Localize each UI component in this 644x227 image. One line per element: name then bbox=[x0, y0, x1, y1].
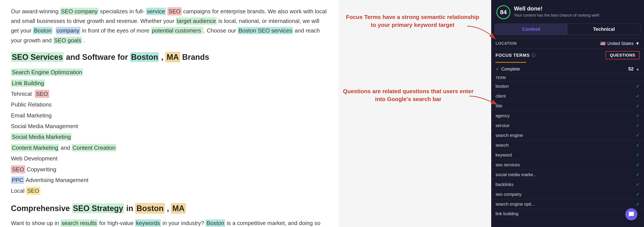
term-text: search engine opti... bbox=[496, 202, 535, 207]
highlight-service: service bbox=[146, 8, 166, 15]
list-item: Social Media Marketing bbox=[11, 132, 328, 142]
highlight-seo-goals: SEO goals bbox=[53, 37, 82, 44]
highlight-content-creation: Content Creation bbox=[72, 144, 116, 152]
table-header-row: TERM bbox=[491, 74, 644, 82]
highlight-boston-1: Boston bbox=[33, 27, 52, 34]
term-check-icon: ✓ bbox=[636, 94, 640, 99]
tab-technical[interactable]: Technical bbox=[568, 24, 640, 35]
focus-terms-label: FOCUS TERMS bbox=[496, 53, 530, 58]
list-item: Tehnical SEO bbox=[11, 88, 328, 99]
chat-bubble-button[interactable] bbox=[625, 208, 638, 220]
list-item: PPC Advertising Management bbox=[11, 175, 328, 186]
questions-arrow bbox=[456, 83, 500, 126]
list-item: Email Marketing bbox=[11, 110, 328, 121]
highlight-search-engine-optimization: Search Engine Optimization bbox=[11, 68, 83, 76]
highlight-social-media-marketing: Social Media Marketing bbox=[11, 133, 72, 140]
well-done-title: Well done! bbox=[514, 5, 600, 12]
term-check-icon: ✓ bbox=[636, 172, 640, 177]
score-circle: 84 bbox=[496, 5, 510, 19]
sidebar-panel: 84 Well done! Your content has the best … bbox=[491, 0, 644, 227]
term-check-icon: ✓ bbox=[636, 84, 640, 89]
highlight-h1-ma: MA bbox=[166, 52, 180, 62]
highlight-ppc: PPC bbox=[11, 176, 24, 184]
score-value: 84 bbox=[500, 9, 507, 16]
highlight-h2-ma: MA bbox=[171, 203, 186, 214]
term-text: link building bbox=[496, 211, 518, 216]
terms-count: 52 bbox=[628, 66, 634, 72]
highlight-link-building: Link Building bbox=[11, 80, 45, 87]
list-item: Link Building bbox=[11, 78, 328, 88]
complete-row: ✓ Complete 52 ▲ bbox=[491, 64, 644, 74]
score-description: Your content has the best chance of rank… bbox=[514, 13, 600, 18]
term-column-header: TERM bbox=[496, 76, 506, 80]
services-list: Search Engine Optimization Link Building… bbox=[11, 67, 328, 196]
annotation-panel: Focus Terms have a strong semantic relat… bbox=[338, 0, 491, 227]
highlight-target-audience: target audience bbox=[176, 17, 217, 25]
focus-terms-header: FOCUS TERMS i QUESTIONS bbox=[491, 48, 644, 62]
term-check-icon: ✓ bbox=[636, 113, 640, 118]
highlight-search-results: search results bbox=[60, 219, 98, 227]
highlight-h1-seo-services: SEO Services bbox=[11, 52, 64, 62]
location-dropdown[interactable]: 🇺🇸 United States ▼ bbox=[600, 41, 640, 46]
table-row: search engine opti... ✓ bbox=[491, 199, 644, 209]
chevron-up-icon: ▲ bbox=[636, 67, 640, 71]
score-header: 84 Well done! Your content has the best … bbox=[491, 0, 644, 24]
term-check-icon: ✓ bbox=[636, 202, 640, 207]
term-check-icon: ✓ bbox=[636, 123, 640, 128]
flag-icon: 🇺🇸 bbox=[600, 41, 606, 46]
list-item: Search Engine Optimization bbox=[11, 67, 328, 78]
complete-label: Complete bbox=[501, 66, 520, 72]
focus-terms-arrow bbox=[454, 9, 498, 52]
table-row: seo services ✓ bbox=[491, 160, 644, 170]
term-text: backlinks bbox=[496, 182, 514, 187]
highlight-seo-1: SEO bbox=[168, 8, 182, 15]
focus-terms-underline bbox=[496, 62, 526, 63]
table-row: service ✓ bbox=[491, 121, 644, 130]
list-item: SEO Copywriting bbox=[11, 164, 328, 175]
table-row: search ✓ bbox=[491, 140, 644, 150]
table-row: seo company ✓ bbox=[491, 190, 644, 199]
complete-text: ✓ Complete bbox=[496, 66, 520, 72]
highlight-seo-company: SEO company bbox=[60, 8, 98, 15]
term-check-icon: ✓ bbox=[636, 133, 640, 138]
term-check-icon: ✓ bbox=[636, 103, 640, 108]
term-text: seo services bbox=[496, 162, 520, 168]
terms-table: TERM boston ✓ client ✓ site ✓ agency ✓ s… bbox=[491, 74, 644, 227]
paragraph-2: Want to show up in search results for hi… bbox=[11, 218, 328, 227]
highlight-content-marketing: Content Marketing bbox=[11, 144, 59, 152]
intro-paragraph: Our award-winning SEO company specialize… bbox=[11, 6, 328, 45]
location-bar: LOCATION 🇺🇸 United States ▼ bbox=[491, 38, 644, 48]
table-row: search engine ✓ bbox=[491, 130, 644, 140]
term-check-icon: ✓ bbox=[636, 142, 640, 148]
questions-annotation-text: Questions are related questions that use… bbox=[343, 87, 474, 103]
table-row: keyword ✓ bbox=[491, 150, 644, 160]
term-check-icon: ✓ bbox=[636, 152, 640, 158]
highlight-seo-technical: SEO bbox=[35, 90, 49, 98]
questions-button[interactable]: QUESTIONS bbox=[606, 51, 640, 59]
term-text: seo company bbox=[496, 192, 522, 197]
questions-annotation: Questions are related questions that use… bbox=[343, 87, 474, 103]
term-check-icon: ✓ bbox=[636, 192, 640, 197]
term-text: social media marke... bbox=[496, 172, 537, 177]
list-item: Public Relations bbox=[11, 99, 328, 110]
table-row: link building bbox=[491, 209, 644, 219]
tab-content[interactable]: Content bbox=[495, 24, 568, 35]
terms-list: boston ✓ client ✓ site ✓ agency ✓ servic… bbox=[491, 82, 644, 219]
highlight-h1-boston: Boston bbox=[130, 52, 159, 62]
heading-seo-services: SEO Services and Software for Boston , M… bbox=[11, 52, 328, 63]
highlight-company: company bbox=[56, 27, 80, 34]
highlight-boston-2: Boston bbox=[206, 219, 225, 227]
highlight-h2-seo-strategy: SEO Strategy bbox=[72, 204, 124, 213]
tab-bar[interactable]: Content Technical bbox=[495, 24, 640, 35]
list-item: Social Media Management bbox=[11, 121, 328, 132]
location-value-text: United States bbox=[607, 41, 634, 46]
content-panel: Our award-winning SEO company specialize… bbox=[0, 0, 338, 227]
highlight-boston-seo-services: Boston SEO services bbox=[238, 27, 293, 34]
table-row: backlinks ✓ bbox=[491, 180, 644, 190]
heading-comprehensive-seo: Comprehensive SEO Strategy in Boston , M… bbox=[11, 203, 328, 214]
term-text: search bbox=[496, 143, 509, 148]
term-check-icon: ✓ bbox=[636, 182, 640, 187]
highlight-seo-copywriting: SEO bbox=[11, 166, 25, 173]
info-icon[interactable]: i bbox=[532, 53, 536, 57]
list-item: Local SEO bbox=[11, 186, 328, 196]
